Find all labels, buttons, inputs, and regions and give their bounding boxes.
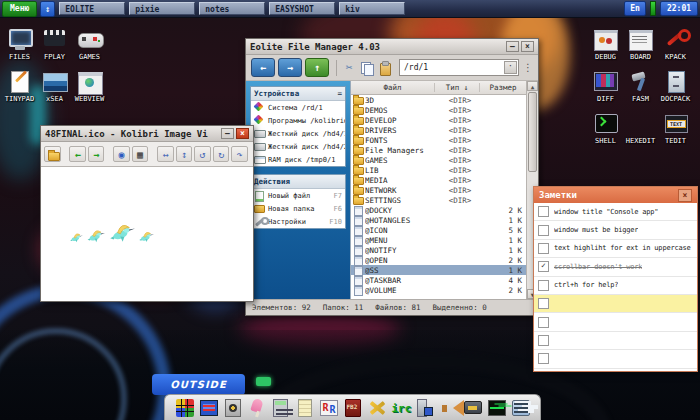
note-checkbox[interactable] [538,353,549,364]
back-button[interactable]: ← [251,58,275,77]
file-row[interactable]: @HOTANGLES1 K [351,215,526,225]
notepad-icon[interactable] [294,397,316,419]
note-checkbox[interactable] [538,225,549,236]
note-row[interactable] [534,313,697,331]
column-size[interactable]: Размер [479,83,526,92]
desktop-icon-diff[interactable]: DIFF [588,69,623,111]
taskbar-window-button-easyshot[interactable]: EASYSHOT [269,2,335,15]
desktop-icon-shell[interactable]: SHELL [588,111,623,153]
device-item[interactable]: RAM диск /tmp0/1 [251,153,345,166]
volume-icon[interactable] [438,397,460,419]
device-item[interactable]: Программы /kolibrios [251,114,345,127]
note-row[interactable]: text highliht for ext in uppercase [534,240,697,258]
window-switch-button[interactable]: ↕ [40,1,55,17]
file-row[interactable]: @ICON5 K [351,225,526,235]
action-item[interactable]: Новый файлF7 [251,189,345,202]
note-row[interactable]: window must be bigger [534,221,697,239]
cpu-meter[interactable] [650,1,656,16]
file-row[interactable]: @OPEN2 K [351,255,526,265]
desktop-icon-files[interactable]: FILES [2,27,37,69]
note-checkbox[interactable] [538,317,549,328]
rotate-right-icon[interactable]: ↻ [213,146,230,162]
close-button[interactable]: × [678,189,692,202]
path-dropdown-button[interactable]: · [504,61,517,74]
flip-horizontal-icon[interactable]: ↔ [157,146,174,162]
devices-menu-button[interactable]: = [337,89,342,98]
fb2-reader-icon[interactable] [342,397,364,419]
desktop-icon-hexedit[interactable]: HEXEDIT [623,111,658,153]
note-row[interactable] [534,295,697,313]
popsicle-icon[interactable] [246,397,268,419]
note-row[interactable] [534,350,697,368]
taskbar-window-button-pixie[interactable]: pixie [129,2,195,15]
note-row[interactable]: window title "Console app" [534,203,697,221]
forward-button[interactable]: → [278,58,302,77]
note-checkbox[interactable] [538,335,549,346]
scope-icon[interactable] [486,397,508,419]
action-item[interactable]: Новая папкаF6 [251,202,345,215]
desktop-icon-debug[interactable]: DEBUG [588,27,623,69]
file-list-header[interactable]: Файл Тип ↓ Размер [351,81,526,95]
column-file[interactable]: Файл [351,83,434,92]
menu-button[interactable]: Меню [2,1,37,17]
speaker-box-icon[interactable] [222,397,244,419]
file-row[interactable]: DRIVERS<DIR> [351,125,526,135]
netcfg-icon[interactable] [462,397,484,419]
paste-icon[interactable] [377,60,393,76]
notes-titlebar[interactable]: Заметки × [534,187,697,203]
file-row[interactable]: @VOLUME2 K [351,285,526,295]
note-checkbox[interactable] [538,243,549,254]
file-row[interactable]: SETTINGS<DIR> [351,195,526,205]
note-row[interactable]: ✓scrollbar doesn't work [534,258,697,276]
background-icon[interactable]: ▦ [132,146,149,162]
desktop-icon-tedit[interactable]: TEDIT [658,111,693,153]
close-button[interactable]: × [521,41,534,52]
note-row[interactable] [534,332,697,350]
file-row[interactable]: @SS1 K [351,265,526,275]
next-image-icon[interactable]: → [88,146,105,162]
language-indicator[interactable]: En [624,1,646,16]
file-row[interactable]: NETWORK<DIR> [351,185,526,195]
device-item[interactable]: Система /rd/1 [251,101,345,114]
eolite-titlebar[interactable]: Eolite File Manager 4.03 – × [246,39,538,55]
minimize-button[interactable]: – [221,128,234,139]
file-row[interactable]: GAMES<DIR> [351,155,526,165]
desktop-icon-xsea[interactable]: xSEA [37,69,72,111]
desktop-icon-fplay[interactable]: FPLAY [37,27,72,69]
up-button[interactable]: ↑ [305,58,329,77]
desktop-icon-fasm[interactable]: FASM [623,69,658,111]
file-row[interactable]: DEVELOP<DIR> [351,115,526,125]
device-item[interactable]: Жесткий диск /hd4/1 [251,127,345,140]
pencils-icon[interactable] [366,397,388,419]
note-row[interactable]: ctrl+h for help? [534,277,697,295]
flip-vertical-icon[interactable]: ↕ [176,146,193,162]
desktop-icon-games[interactable]: GAMES [72,27,107,69]
desktop-icon-board[interactable]: BOARD [623,27,658,69]
action-item[interactable]: НастройкиF10 [251,215,345,228]
media-app-icon[interactable] [198,397,220,419]
scrollbar-thumb[interactable] [528,92,537,172]
note-checkbox[interactable] [538,206,549,217]
clock[interactable]: 22:01 [660,1,698,16]
desktop-icon-tinypad[interactable]: TINYPAD [2,69,37,111]
rotate-180-icon[interactable]: ↷ [231,146,248,162]
image-viewer-titlebar[interactable]: 48FINAL.ico - Kolibri Image Vi – × [41,126,253,142]
file-row[interactable]: LIB<DIR> [351,165,526,175]
calculator-icon[interactable] [270,397,292,419]
desktop-icon-kpack[interactable]: KPACK [658,27,693,69]
device-item[interactable]: Жесткий диск /hd4/2 [251,140,345,153]
taskbar-window-button-notes[interactable]: notes [199,2,265,15]
settings-menu-icon[interactable]: ⋮ [523,62,533,73]
file-row[interactable]: MEDIA<DIR> [351,175,526,185]
note-checkbox[interactable] [538,298,549,309]
settings-sliders-icon[interactable] [510,397,532,419]
zoom-icon[interactable]: ◉ [113,146,130,162]
file-row[interactable]: 3D<DIR> [351,95,526,105]
scroll-up-icon[interactable]: ▲ [527,81,538,91]
close-button[interactable]: × [236,128,249,139]
file-row[interactable]: @NOTIFY1 K [351,245,526,255]
taskbar-window-button-kiv[interactable]: kiv [339,2,405,15]
minimize-button[interactable]: – [506,41,519,52]
file-row[interactable]: File Managers<DIR> [351,145,526,155]
rdsave-icon[interactable] [318,397,340,419]
